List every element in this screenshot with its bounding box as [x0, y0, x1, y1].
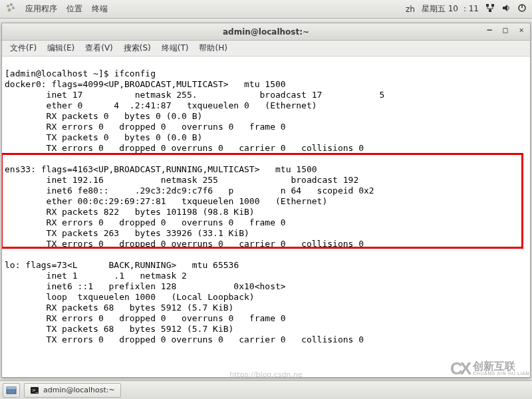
- menu-file[interactable]: 文件(F): [6, 41, 41, 55]
- svg-point-1: [10, 3, 13, 6]
- clock[interactable]: 星期五 10 ：11: [422, 3, 479, 15]
- volume-icon[interactable]: [501, 3, 511, 15]
- foot-icon: [5, 3, 16, 15]
- svg-point-2: [12, 7, 15, 9]
- terminal-body[interactable]: [admin@localhost ~]$ ifconfig docker0: f…: [2, 57, 530, 377]
- svg-rect-5: [491, 4, 494, 7]
- menu-terminal-opts[interactable]: 终端(T): [158, 41, 193, 55]
- svg-rect-4: [486, 4, 489, 7]
- menu-terminal[interactable]: 终端: [92, 3, 108, 15]
- iface-lo: lo:: [5, 260, 20, 270]
- taskbar-item-terminal[interactable]: >_ admin@localhost:~: [24, 383, 121, 398]
- bottom-panel: >_ admin@localhost:~: [0, 380, 532, 399]
- minimize-button[interactable]: –: [485, 25, 494, 35]
- terminal-window: admin@localhost:~ – □ ✕ 文件(F) 编辑(E) 查看(V…: [1, 23, 531, 378]
- svg-text:>_: >_: [32, 388, 39, 393]
- menu-edit[interactable]: 编辑(E): [43, 41, 78, 55]
- menu-places[interactable]: 位置: [66, 3, 82, 15]
- menu-search[interactable]: 搜索(S): [120, 41, 155, 55]
- brand-watermark: CX 创新互联 CHUANG XIN HU LIAN: [450, 358, 529, 379]
- show-desktop-button[interactable]: [3, 383, 20, 398]
- prompt: [admin@localhost ~]$: [5, 68, 114, 78]
- power-icon[interactable]: [517, 3, 527, 15]
- highlight-annotation: [2, 153, 523, 249]
- svg-rect-10: [7, 387, 16, 389]
- maximize-button[interactable]: □: [501, 25, 510, 35]
- taskbar-item-label: admin@localhost:~: [43, 386, 115, 394]
- menu-applications[interactable]: 应用程序: [25, 3, 57, 15]
- top-panel: 应用程序 位置 终端 zh 星期五 10 ：11: [0, 0, 532, 19]
- iface-docker0: docker0:: [5, 79, 47, 89]
- close-button[interactable]: ✕: [517, 25, 526, 35]
- menu-view[interactable]: 查看(V): [81, 41, 117, 55]
- window-title: admin@localhost:~: [223, 27, 309, 37]
- svg-point-3: [8, 9, 11, 12]
- input-method-indicator[interactable]: zh: [406, 5, 415, 14]
- menubar: 文件(F) 编辑(E) 查看(V) 搜索(S) 终端(T) 帮助(H): [2, 41, 530, 57]
- svg-rect-6: [489, 9, 491, 12]
- titlebar[interactable]: admin@localhost:~ – □ ✕: [2, 23, 530, 41]
- brand-logo-icon: CX: [450, 358, 469, 379]
- svg-point-0: [7, 5, 9, 7]
- csdn-watermark: https://blog.csdn.ne: [229, 370, 303, 379]
- command: ifconfig: [114, 68, 156, 78]
- network-icon[interactable]: [485, 3, 495, 15]
- menu-help[interactable]: 帮助(H): [195, 41, 231, 55]
